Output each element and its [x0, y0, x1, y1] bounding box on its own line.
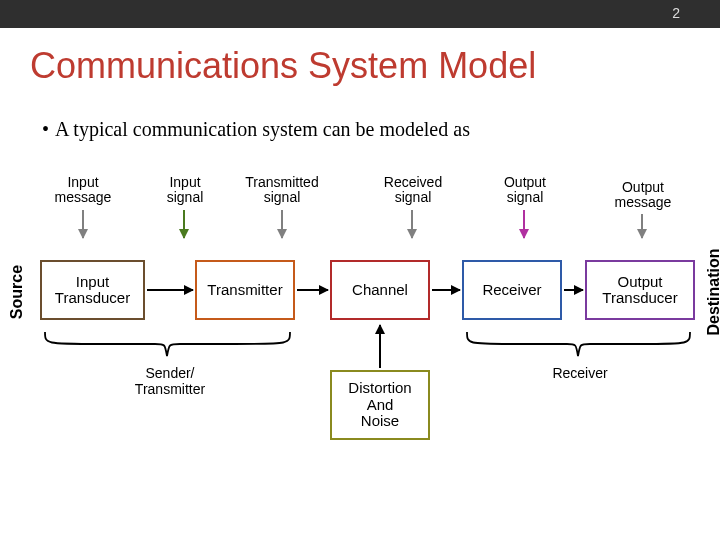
tick-output-message [641, 214, 643, 238]
box-input-transducer: InputTransducer [40, 260, 145, 320]
slide-top-bar: 2 [0, 0, 720, 28]
brace-sender-icon [40, 330, 295, 360]
label-output-message: Outputmessage [598, 180, 688, 211]
page-number: 2 [672, 5, 680, 21]
tick-transmitted [281, 210, 283, 238]
label-output-signal: Outputsignal [480, 175, 570, 206]
arrow-rx-to-output [564, 289, 583, 291]
box-output-transducer: OutputTransducer [585, 260, 695, 320]
label-received-signal: Receivedsignal [368, 175, 458, 206]
slide-title: Communications System Model [30, 45, 536, 87]
bullet-dot-icon: • [42, 118, 49, 140]
arrow-tx-to-channel [297, 289, 328, 291]
arrow-noise-to-channel [379, 325, 381, 368]
arrow-input-to-tx [147, 289, 193, 291]
label-input-message: Inputmessage [38, 175, 128, 206]
brace-label-sender: Sender/Transmitter [115, 365, 225, 397]
bullet-text: •A typical communication system can be m… [42, 118, 470, 141]
label-source: Source [8, 265, 26, 319]
label-input-signal: Inputsignal [140, 175, 230, 206]
box-distortion-noise: DistortionAndNoise [330, 370, 430, 440]
box-channel: Channel [330, 260, 430, 320]
box-receiver: Receiver [462, 260, 562, 320]
bullet-content: A typical communication system can be mo… [55, 118, 470, 140]
tick-input-message [82, 210, 84, 238]
brace-receiver-icon [462, 330, 695, 360]
arrow-channel-to-rx [432, 289, 460, 291]
label-destination: Destination [705, 248, 720, 335]
box-transmitter: Transmitter [195, 260, 295, 320]
tick-input-signal [183, 210, 185, 238]
tick-received [411, 210, 413, 238]
brace-label-receiver: Receiver [530, 365, 630, 381]
label-transmitted-signal: Transmittedsignal [232, 175, 332, 206]
tick-output-signal [523, 210, 525, 238]
